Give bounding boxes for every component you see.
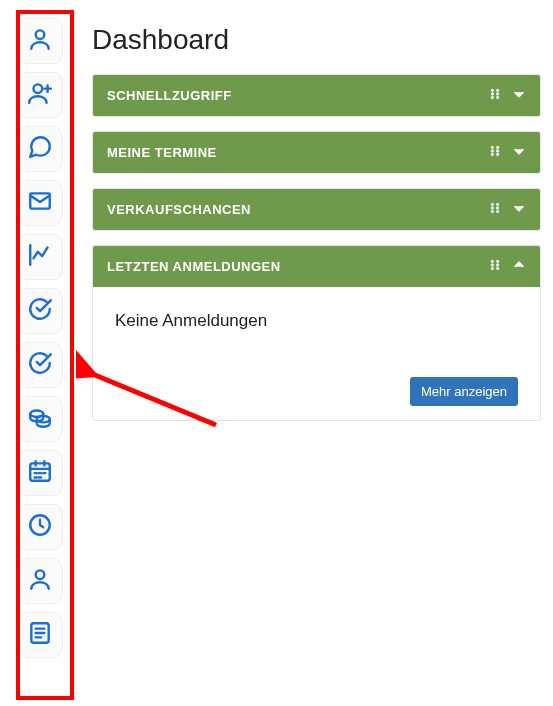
svg-point-17 — [491, 150, 493, 152]
sidebar-item-calendar[interactable] — [17, 450, 63, 496]
svg-point-13 — [491, 96, 493, 98]
panel-footer: Mehr anzeigen — [115, 377, 518, 406]
panel-header-termine[interactable]: MEINE TERMINE — [93, 132, 540, 173]
svg-point-12 — [496, 93, 498, 95]
svg-point-24 — [496, 207, 498, 209]
clock-icon — [27, 512, 53, 542]
svg-point-30 — [496, 264, 498, 266]
sidebar-item-profile[interactable] — [17, 558, 63, 604]
panel-verkaufschancen: VERKAUFSCHANCEN — [92, 188, 541, 231]
sidebar-item-clock[interactable] — [17, 504, 63, 550]
chevron-down-icon[interactable] — [512, 87, 526, 104]
panel-title: LETZTEN ANMELDUNGEN — [107, 259, 281, 274]
panel-schnellzugriff: SCHNELLZUGRIFF — [92, 74, 541, 117]
svg-point-16 — [496, 146, 498, 148]
svg-point-14 — [496, 96, 498, 98]
svg-point-29 — [491, 264, 493, 266]
svg-point-0 — [36, 30, 45, 39]
chevron-down-icon[interactable] — [512, 201, 526, 218]
sidebar-item-mail[interactable] — [17, 180, 63, 226]
chat-icon — [27, 134, 53, 164]
svg-point-18 — [496, 150, 498, 152]
sidebar-item-note[interactable] — [17, 612, 63, 658]
profile-icon — [27, 566, 53, 596]
panel-controls — [488, 258, 526, 275]
insights-icon — [27, 242, 53, 272]
svg-point-7 — [36, 570, 45, 579]
more-button[interactable]: Mehr anzeigen — [410, 377, 518, 406]
note-icon — [27, 620, 53, 650]
svg-point-28 — [496, 260, 498, 262]
svg-point-19 — [491, 153, 493, 155]
sidebar-item-check[interactable] — [17, 288, 63, 334]
sidebar-item-insights[interactable] — [17, 234, 63, 280]
panel-anmeldungen: LETZTEN ANMELDUNGEN Keine Anmeldungen Me… — [92, 245, 541, 421]
svg-point-15 — [491, 146, 493, 148]
empty-state-text: Keine Anmeldungen — [115, 311, 518, 331]
panel-controls — [488, 201, 526, 218]
sidebar-item-user-plus[interactable] — [17, 72, 63, 118]
svg-point-10 — [496, 89, 498, 91]
main-content: Dashboard SCHNELLZUGRIFF MEINE TERMINE — [80, 0, 553, 706]
panel-title: SCHNELLZUGRIFF — [107, 88, 232, 103]
panel-header-verkaufschancen[interactable]: VERKAUFSCHANCEN — [93, 189, 540, 230]
svg-point-11 — [491, 93, 493, 95]
drag-handle-icon[interactable] — [488, 144, 502, 161]
sidebar-item-chat[interactable] — [17, 126, 63, 172]
check-circle-alt-icon — [27, 350, 53, 380]
panel-title: MEINE TERMINE — [107, 145, 217, 160]
drag-handle-icon[interactable] — [488, 258, 502, 275]
check-circle-icon — [27, 296, 53, 326]
svg-point-32 — [496, 267, 498, 269]
chevron-down-icon[interactable] — [512, 144, 526, 161]
user-icon — [27, 26, 53, 56]
panel-header-anmeldungen[interactable]: LETZTEN ANMELDUNGEN — [93, 246, 540, 287]
chevron-up-icon[interactable] — [512, 258, 526, 275]
panel-body-anmeldungen: Keine Anmeldungen Mehr anzeigen — [93, 287, 540, 420]
panel-controls — [488, 87, 526, 104]
svg-point-22 — [496, 203, 498, 205]
svg-point-23 — [491, 207, 493, 209]
svg-point-31 — [491, 267, 493, 269]
coins-icon — [27, 404, 53, 434]
drag-handle-icon[interactable] — [488, 87, 502, 104]
sidebar — [0, 0, 80, 706]
drag-handle-icon[interactable] — [488, 201, 502, 218]
sidebar-item-user[interactable] — [17, 18, 63, 64]
sidebar-item-coins[interactable] — [17, 396, 63, 442]
panel-header-schnellzugriff[interactable]: SCHNELLZUGRIFF — [93, 75, 540, 116]
user-plus-icon — [27, 80, 53, 110]
svg-point-25 — [491, 210, 493, 212]
page-title: Dashboard — [92, 24, 541, 56]
panel-controls — [488, 144, 526, 161]
svg-point-26 — [496, 210, 498, 212]
sidebar-item-check-alt[interactable] — [17, 342, 63, 388]
svg-point-27 — [491, 260, 493, 262]
svg-point-9 — [491, 89, 493, 91]
panel-title: VERKAUFSCHANCEN — [107, 202, 251, 217]
calendar-icon — [27, 458, 53, 488]
svg-point-21 — [491, 203, 493, 205]
panel-termine: MEINE TERMINE — [92, 131, 541, 174]
mail-icon — [27, 188, 53, 218]
svg-point-1 — [34, 84, 43, 93]
svg-point-20 — [496, 153, 498, 155]
